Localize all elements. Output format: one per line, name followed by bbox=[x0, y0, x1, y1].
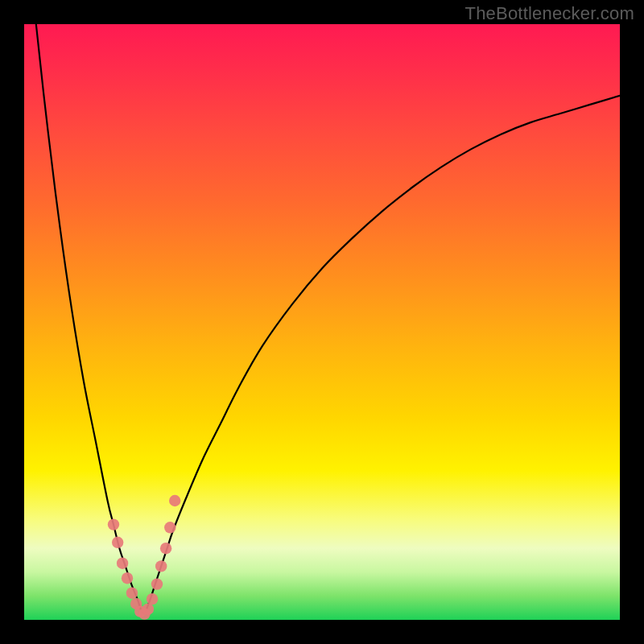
curve-marker bbox=[160, 543, 171, 554]
curve-marker bbox=[151, 578, 163, 589]
curve-marker bbox=[147, 593, 158, 605]
source-label: TheBottlenecker.com bbox=[465, 3, 634, 24]
curve-marker bbox=[117, 558, 128, 569]
curve-marker bbox=[122, 572, 133, 584]
curve-marker bbox=[112, 537, 123, 548]
marker-group bbox=[108, 495, 181, 620]
curve-marker bbox=[164, 522, 175, 533]
plot-area bbox=[24, 24, 620, 620]
curve-layer bbox=[24, 24, 620, 620]
curve-marker bbox=[108, 518, 119, 530]
curve-marker bbox=[142, 603, 154, 614]
curve-marker bbox=[169, 495, 180, 506]
curve-marker bbox=[126, 588, 138, 599]
chart-stage: TheBottlenecker.com bbox=[0, 0, 644, 644]
curve-marker bbox=[155, 560, 167, 572]
